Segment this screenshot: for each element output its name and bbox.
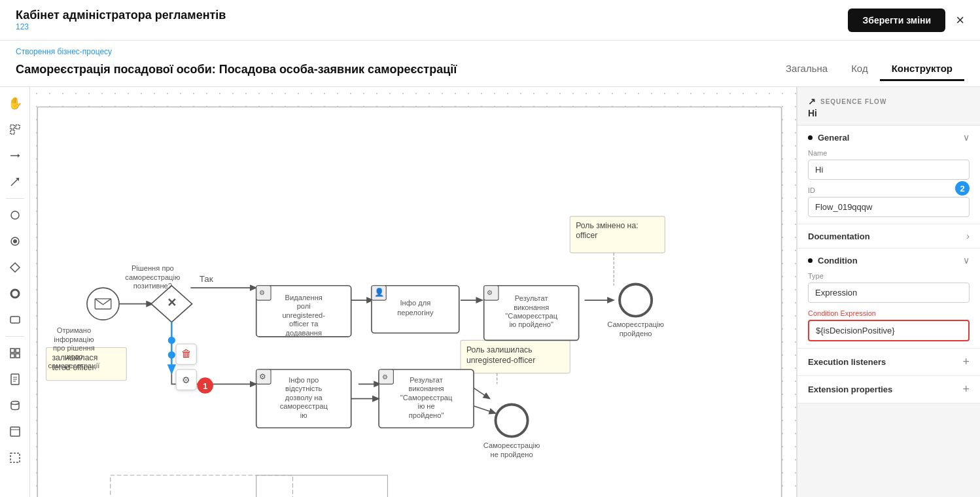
execution-listeners-plus[interactable]: + (962, 355, 970, 369)
extension-properties-section: Extension properties + (797, 376, 980, 403)
sequence-flow-icon: ↗ (808, 96, 816, 107)
svg-text:Видалення: Видалення (285, 294, 323, 301)
general-dot (808, 135, 813, 140)
svg-text:1: 1 (203, 381, 208, 391)
panel-flow-name: Hi (808, 108, 970, 118)
execution-listeners-row[interactable]: Execution listeners + (797, 349, 980, 375)
svg-text:👤: 👤 (374, 287, 385, 298)
svg-text:⚙: ⚙ (382, 373, 388, 381)
tool-frame[interactable] (4, 420, 26, 443)
documentation-arrow: › (966, 231, 970, 241)
svg-rect-16 (16, 354, 20, 358)
name-input[interactable] (808, 160, 970, 180)
svg-text:інформацію: інформацію (54, 335, 94, 343)
condition-expr-label: Condition Expression (797, 309, 980, 317)
tool-page[interactable] (4, 368, 26, 390)
svg-point-9 (13, 239, 17, 243)
svg-text:ію пройдено": ію пройдено" (509, 320, 553, 328)
extension-properties-plus[interactable]: + (962, 383, 970, 396)
svg-text:⚙: ⚙ (259, 372, 266, 381)
condition-title: Condition (808, 256, 858, 266)
id-field: ID (797, 186, 980, 224)
tool-db[interactable] (4, 394, 26, 417)
breadcrumb: Створення бізнес-процесу (16, 47, 964, 56)
tool-diamond[interactable] (4, 256, 26, 279)
id-label: ID (808, 186, 970, 194)
panel-type-label: SEQUENCE FLOW (820, 98, 886, 105)
app-sub: 123 (16, 22, 226, 31)
svg-rect-12 (10, 317, 20, 323)
svg-text:самореєстрац: самореєстрац (280, 402, 328, 410)
svg-marker-4 (18, 154, 20, 158)
documentation-title: Documentation (808, 231, 870, 241)
extension-properties-row[interactable]: Extension properties + (797, 376, 980, 403)
tool-hand[interactable]: ✋ (4, 92, 26, 114)
id-input[interactable] (808, 197, 970, 217)
close-button[interactable]: × (956, 12, 964, 29)
svg-text:Інфо для: Інфо для (400, 299, 430, 307)
svg-text:не пройдено: не пройдено (490, 451, 533, 458)
condition-type-label: Type (808, 272, 970, 280)
tool-circle[interactable] (4, 204, 26, 226)
tool-select[interactable] (4, 118, 26, 141)
tool-circle2[interactable] (4, 230, 26, 252)
tab-general[interactable]: Загальна (774, 58, 839, 81)
svg-text:Результат: Результат (515, 294, 548, 302)
condition-section-header[interactable]: Condition ∨ (797, 248, 980, 272)
panel-type: ↗ SEQUENCE FLOW (808, 96, 970, 107)
tab-constructor[interactable]: Конструктор (880, 58, 964, 81)
canvas-area[interactable]: ✋ (0, 87, 797, 497)
header-right: Зберегти зміни × (848, 9, 964, 32)
condition-expr-input[interactable] (808, 320, 970, 341)
svg-point-58 (168, 337, 175, 344)
svg-point-7 (11, 211, 19, 219)
svg-marker-10 (10, 263, 20, 272)
left-toolbar: ✋ (0, 87, 30, 497)
svg-text:Роль залишилась: Роль залишилась (466, 345, 533, 354)
header: Кабінет адміністратора регламентів 123 З… (0, 0, 980, 41)
svg-rect-22 (10, 427, 20, 436)
tab-code[interactable]: Код (839, 58, 880, 81)
save-button[interactable]: Зберегти зміни (848, 9, 945, 32)
svg-point-11 (11, 290, 19, 298)
condition-type-select[interactable]: Expression Script None (808, 283, 970, 303)
subheader: Створення бізнес-процесу Самореєстрація … (0, 41, 980, 87)
svg-point-59 (168, 351, 175, 358)
divider2 (6, 336, 24, 337)
tool-rect[interactable] (4, 309, 26, 331)
svg-text:"Самореєстрац: "Самореєстрац (505, 312, 557, 320)
svg-text:ролі: ролі (297, 302, 311, 310)
main: ✋ (0, 87, 980, 497)
svg-rect-1 (16, 125, 20, 129)
svg-text:Так: Так (200, 274, 213, 284)
svg-text:⚙: ⚙ (259, 289, 265, 296)
svg-text:Рішення про: Рішення про (131, 264, 174, 272)
extension-properties-title: Extension properties (808, 385, 892, 394)
app-title: Кабінет адміністратора регламентів (16, 9, 226, 22)
svg-text:ію не: ію не (417, 402, 434, 410)
svg-text:виконання: виконання (514, 303, 549, 311)
svg-text:самореєстрацію: самореєстрацію (125, 273, 180, 281)
documentation-section: Documentation › (797, 224, 980, 248)
bpmn-canvas[interactable]: Так Роль змінено на: officer (30, 87, 796, 497)
name-label: Name (808, 149, 970, 157)
tool-connect[interactable] (4, 145, 26, 167)
general-section-header[interactable]: General ∨ (797, 126, 980, 149)
tool-circle3[interactable] (4, 283, 26, 305)
svg-text:про рішення: про рішення (53, 344, 95, 352)
svg-text:officer та: officer та (289, 320, 319, 328)
badge-2: 2 (955, 181, 970, 196)
svg-text:officer: officer (576, 231, 597, 240)
svg-text:дозволу на: дозволу на (285, 394, 323, 402)
tool-grid[interactable] (4, 342, 26, 364)
svg-text:Отримано: Отримано (57, 326, 91, 334)
svg-text:пройдено": пройдено" (409, 411, 444, 419)
svg-text:ію: ію (300, 411, 307, 419)
tool-arrow[interactable] (4, 171, 26, 193)
tool-select2[interactable] (4, 447, 26, 469)
svg-text:виконання: виконання (409, 385, 444, 392)
documentation-section-header[interactable]: Documentation › (797, 224, 980, 248)
general-arrow: ∨ (963, 132, 970, 143)
svg-text:Результат: Результат (410, 376, 443, 384)
svg-rect-0 (10, 125, 14, 129)
